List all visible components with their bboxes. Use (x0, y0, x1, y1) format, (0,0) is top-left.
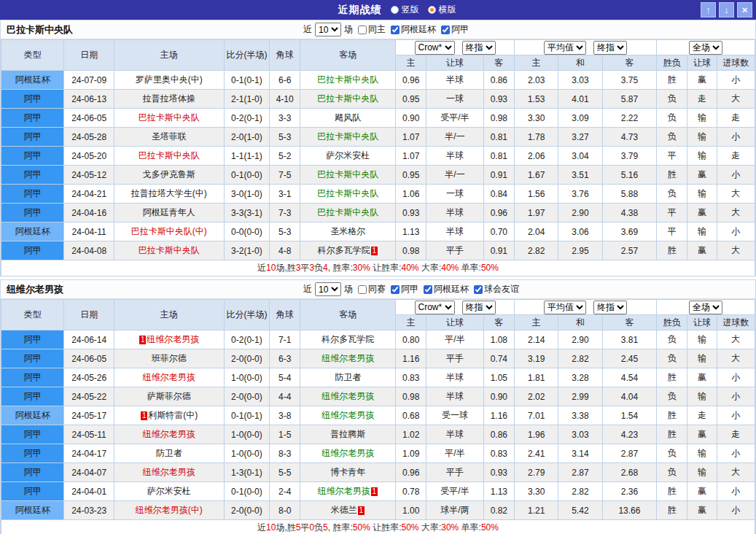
odds-value: 0.90 (396, 109, 426, 128)
match-count-select[interactable]: 10 (315, 23, 341, 36)
league-type: 阿甲 (1, 387, 64, 406)
filter-checkbox[interactable]: 阿根廷杯 (424, 283, 469, 295)
header-select[interactable]: 终指 (462, 301, 496, 314)
away-team: 巴拉卡斯中央队 (300, 90, 396, 109)
header-select[interactable]: Crow* (415, 41, 455, 55)
result-flag: 大 (717, 463, 755, 482)
filter-checkbox[interactable]: 阿根廷杯 (391, 23, 436, 36)
team-name-text: 拉普拉塔体操 (143, 93, 195, 104)
odds-value: 1.07 (396, 128, 426, 147)
league-type: 阿甲 (1, 185, 64, 204)
league-type: 阿甲 (1, 147, 64, 166)
result-flag: 平 (657, 222, 687, 241)
filter-checkbox[interactable]: 同主 (358, 23, 386, 36)
home-team: 巴拉卡斯中央队 (114, 147, 224, 166)
odds-value: 2.90 (558, 204, 602, 222)
filter-checkbox[interactable]: 阿甲 (441, 23, 469, 36)
header-select[interactable]: 终指 (593, 301, 627, 314)
odds-value: 1.78 (515, 128, 558, 147)
match-row: 阿甲24-05-26纽维尔老男孩1-0(0-0)5-4防卫者0.83半球1.05… (1, 368, 755, 387)
corner-count: 1-5 (270, 425, 300, 444)
odds-value: 0.70 (483, 222, 514, 241)
odds-value: 0.80 (396, 330, 426, 349)
layout-radio-vertical[interactable]: 竖版 (391, 4, 419, 16)
odds-value: 1.81 (515, 368, 558, 387)
odds-value: 3.03 (558, 71, 602, 90)
header-select[interactable]: 平均值 (544, 41, 586, 55)
team-name-text: 纽维尔老男孩 (147, 334, 199, 344)
team-name-text: 巴拉卡斯中央队 (317, 188, 378, 198)
checkbox-input[interactable] (441, 26, 450, 34)
team-section: 巴拉卡斯中央队近10场同主阿根廷杯阿甲类型日期主场比分(半场)角球客场Crow*… (0, 20, 756, 276)
odds-value: 2.95 (558, 241, 602, 260)
header-select[interactable]: 终指 (462, 41, 496, 55)
sub-header: 主 (515, 55, 558, 71)
scroll-down-button[interactable]: ↓ (719, 2, 734, 18)
column-header: 客场 (300, 40, 396, 71)
filter-checkbox[interactable]: 阿甲 (391, 283, 418, 295)
section-header: 纽维尔老男孩近10场同赛阿甲阿根廷杯球会友谊 (1, 280, 755, 299)
odds-value: 半球 (426, 147, 483, 166)
checkbox-input[interactable] (474, 285, 483, 294)
odds-value: 半/一 (426, 166, 483, 185)
header-select[interactable]: 终指 (593, 41, 627, 55)
corner-count: 4-10 (270, 90, 300, 109)
sub-header: 让球 (426, 55, 483, 71)
checkbox-input[interactable] (424, 285, 432, 294)
summary-segment: 负 (314, 263, 323, 273)
header-select[interactable]: 全场 (689, 301, 722, 314)
score: 0-1(0-0) (224, 482, 269, 501)
corner-count: 5-2 (270, 147, 300, 166)
result-flag: 大 (717, 204, 755, 222)
filter-checkbox[interactable]: 球会友谊 (474, 283, 519, 295)
checkbox-input[interactable] (358, 26, 367, 34)
odds-value: 4.23 (602, 425, 656, 444)
home-team: 纽维尔老男孩 (114, 368, 224, 387)
odds-value: 3.03 (558, 425, 602, 444)
odds-value: 半球 (426, 387, 483, 406)
result-flag: 走 (687, 90, 717, 109)
close-button[interactable]: × (737, 2, 752, 18)
odds-value: 半球 (426, 204, 483, 222)
match-row: 阿甲24-06-05巴拉卡斯中央队0-2(0-1)3-3飓风队0.90受平/半0… (1, 109, 755, 128)
checkbox-input[interactable] (391, 26, 400, 34)
header-select[interactable]: 平均值 (544, 301, 586, 314)
score: 2-0(1-0) (224, 128, 269, 147)
scroll-up-button[interactable]: ↑ (701, 2, 716, 18)
header-select[interactable]: Crow* (415, 301, 455, 314)
score: 2-0(0-0) (224, 387, 269, 406)
odds-value: 2.03 (515, 71, 558, 90)
sub-header: 让球 (687, 55, 717, 71)
score: 1-3(0-1) (224, 463, 269, 482)
summary-segment: 40% (441, 263, 459, 273)
games-label: 场 (344, 283, 353, 295)
checkbox-input[interactable] (358, 285, 367, 294)
team-name-text: 巴拉卡斯中央队 (317, 169, 378, 179)
layout-radio-horizontal[interactable]: 横版 (428, 4, 456, 16)
match-date: 24-06-14 (64, 330, 114, 349)
score: 2-0(0-0) (224, 501, 269, 520)
sub-header: 和 (558, 315, 602, 330)
result-flag: 胜 (657, 71, 687, 90)
column-header: 类型 (1, 300, 64, 330)
checkbox-label: 阿根廷杯 (434, 283, 469, 295)
team-name-text: 纽维尔老男孩 (322, 391, 374, 401)
checkbox-input[interactable] (391, 285, 400, 294)
filter-controls: 近10场同赛阿甲阿根廷杯球会友谊 (303, 282, 519, 296)
result-flag: 小 (717, 222, 755, 241)
match-count-select[interactable]: 10 (315, 282, 341, 296)
column-header: 客场 (300, 300, 396, 330)
corner-count: 7-5 (270, 166, 300, 185)
filter-checkbox[interactable]: 同赛 (358, 283, 386, 295)
match-date: 24-05-17 (64, 406, 114, 425)
score: 3-2(1-0) (224, 241, 269, 260)
match-date: 24-03-23 (64, 501, 114, 520)
team-name-text: 巴拉卡斯中央队 (139, 245, 200, 255)
header-select[interactable]: 全场 (689, 41, 722, 55)
odds-value: 半球 (426, 71, 483, 90)
league-type: 阿甲 (1, 368, 64, 387)
match-row: 阿甲24-04-16阿根廷青年人3-3(3-1)7-3巴拉卡斯中央队0.93半球… (1, 204, 755, 222)
result-flag: 赢 (687, 501, 717, 520)
result-flag: 输 (687, 387, 717, 406)
away-team: 巴拉卡斯中央队 (300, 185, 396, 204)
